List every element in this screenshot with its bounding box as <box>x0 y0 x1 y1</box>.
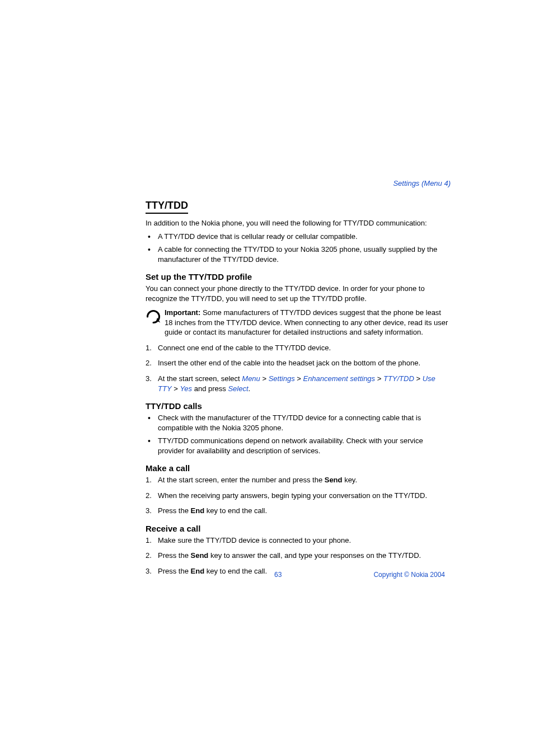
step-text: key. <box>343 476 358 484</box>
receive-call-heading: Receive a call <box>146 524 451 533</box>
nav-yes[interactable]: Yes <box>180 384 192 393</box>
step-text: and press <box>192 384 228 393</box>
separator: > <box>295 374 303 383</box>
page-content: Settings (Menu 4) TTY/TDD In addition to… <box>146 179 451 584</box>
step-item: At the start screen, select Menu > Setti… <box>146 374 451 393</box>
intro-bullet-list: A TTY/TDD device that is cellular ready … <box>146 232 451 265</box>
calls-bullet-list: Check with the manufacturer of the TTY/T… <box>146 413 451 456</box>
step-text: . <box>249 384 251 393</box>
page-number: 63 <box>274 571 282 579</box>
step-item: Press the Send key to answer the call, a… <box>146 551 451 561</box>
step-item: At the start screen, enter the number an… <box>146 475 451 485</box>
note-text: Important: Some manufacturers of TTY/TDD… <box>165 308 451 337</box>
separator: > <box>172 384 180 393</box>
step-text: Press the <box>158 506 191 515</box>
send-key-label: Send <box>325 476 343 484</box>
separator: > <box>414 374 423 383</box>
list-item: Check with the manufacturer of the TTY/T… <box>146 413 451 433</box>
send-key-label: Send <box>191 551 209 560</box>
nav-settings[interactable]: Settings <box>269 374 295 383</box>
make-call-heading: Make a call <box>146 463 451 473</box>
setup-paragraph: You can connect your phone directly to t… <box>146 284 451 303</box>
nav-menu[interactable]: Menu <box>242 374 260 383</box>
nav-enhancement-settings[interactable]: Enhancement settings <box>303 374 375 383</box>
step-item: Make sure the TTY/TDD device is connecte… <box>146 536 451 546</box>
page-title: TTY/TDD <box>146 200 188 214</box>
step-item: Press the End key to end the call. <box>146 506 451 516</box>
setup-steps: Connect one end of the cable to the TTY/… <box>146 343 451 393</box>
intro-paragraph: In addition to the Nokia phone, you will… <box>146 218 451 228</box>
list-item: TTY/TDD communications depend on network… <box>146 436 451 456</box>
nav-select[interactable]: Select <box>228 384 248 393</box>
step-text: At the start screen, enter the number an… <box>158 476 325 484</box>
important-note: Important: Some manufacturers of TTY/TDD… <box>146 308 451 337</box>
step-item: When the receiving party answers, begin … <box>146 491 451 501</box>
step-item: Insert the other end of the cable into t… <box>146 358 451 368</box>
note-label: Important: <box>165 308 200 317</box>
note-arrow-icon <box>146 309 161 327</box>
header-section-link[interactable]: Settings (Menu 4) <box>146 179 451 187</box>
step-text: Press the <box>158 551 191 560</box>
note-body: Some manufacturers of TTY/TDD devices su… <box>165 308 448 336</box>
separator: > <box>375 374 383 383</box>
step-text: key to end the call. <box>204 506 267 515</box>
receive-call-steps: Make sure the TTY/TDD device is connecte… <box>146 536 451 576</box>
calls-heading: TTY/TDD calls <box>146 401 451 411</box>
copyright-text: Copyright © Nokia 2004 <box>373 571 445 579</box>
setup-heading: Set up the TTY/TDD profile <box>146 272 451 281</box>
step-text: At the start screen, select <box>158 374 242 383</box>
make-call-steps: At the start screen, enter the number an… <box>146 475 451 516</box>
end-key-label: End <box>191 506 205 515</box>
page-footer: 63 Copyright © Nokia 2004 <box>146 571 451 579</box>
step-text: key to answer the call, and type your re… <box>208 551 421 560</box>
list-item: A cable for connecting the TTY/TDD to yo… <box>146 245 451 264</box>
step-item: Connect one end of the cable to the TTY/… <box>146 343 451 353</box>
nav-tty-tdd[interactable]: TTY/TDD <box>383 374 414 383</box>
list-item: A TTY/TDD device that is cellular ready … <box>146 232 451 242</box>
separator: > <box>260 374 269 383</box>
